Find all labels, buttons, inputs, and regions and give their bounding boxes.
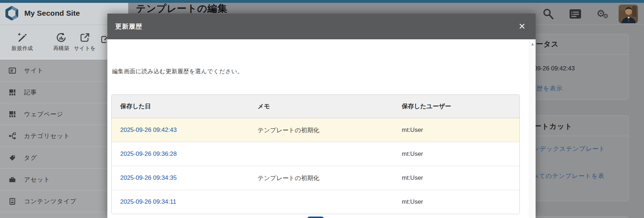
- modal-title: 更新履歴: [115, 14, 142, 39]
- sidebar-item-label: コンテンツタイプ: [24, 197, 77, 205]
- modal-body: 編集画面に読み込む更新履歴を選んでください。 保存した日 メモ 保存したユーザー…: [107, 39, 536, 218]
- partial-action-icon[interactable]: [101, 36, 107, 45]
- column-header-date: 保存した日: [112, 102, 252, 110]
- column-header-memo: メモ: [252, 102, 396, 110]
- history-date-link[interactable]: 2025-09-26 09:36:28: [120, 150, 177, 157]
- sidebar-item-label: サイト: [24, 66, 44, 75]
- modal-header: 更新履歴 ✕: [107, 14, 536, 39]
- sidebar-item-label: タグ: [24, 154, 37, 162]
- table-header-row: 保存した日 メモ 保存したユーザー: [112, 95, 519, 118]
- pencil-plus-icon: [3, 31, 42, 44]
- history-date-link[interactable]: 2025-09-26 09:42:43: [120, 127, 177, 133]
- webpage-icon: [9, 110, 16, 118]
- search-icon[interactable]: [540, 3, 556, 25]
- status-saved-date: 09-26 09:42:43: [534, 65, 575, 72]
- modal-intro-text: 編集画面に読み込む更新履歴を選んでください。: [112, 68, 243, 75]
- list-board-icon[interactable]: [567, 3, 583, 25]
- category-set-icon: [9, 132, 16, 140]
- user-avatar[interactable]: [618, 3, 638, 25]
- site-icon: [9, 67, 16, 74]
- pagination: ◀ 前 1 次 ▶: [111, 216, 520, 218]
- history-user: mt:User: [396, 174, 519, 182]
- sidebar-item-label: カテゴリセット: [24, 132, 70, 140]
- site-brand[interactable]: My Second Site: [4, 6, 80, 21]
- action-label: サイトを: [65, 45, 104, 52]
- action-view-site[interactable]: サイトを: [65, 31, 104, 52]
- content-type-icon: [9, 198, 16, 205]
- shortcuts-panel-heading: ートカット: [534, 122, 572, 131]
- modal-scrollbar[interactable]: ▲: [529, 39, 536, 218]
- all-templates-link[interactable]: べてのテンプレートを表: [532, 172, 605, 180]
- action-create-new[interactable]: 新規作成: [3, 31, 42, 52]
- sidebar-item-label: アセット: [24, 175, 50, 184]
- sidebar-item-label: ウェブページ: [24, 110, 63, 118]
- third-panel-partial: [526, 216, 629, 218]
- page-title: テンプレートの編集: [136, 2, 228, 15]
- tag-icon: [9, 154, 16, 162]
- table-row[interactable]: 2025-09-26 09:34:35 テンプレートの初期化 mt:User: [112, 166, 519, 190]
- history-table: 保存した日 メモ 保存したユーザー 2025-09-26 09:42:43 テン…: [111, 94, 520, 214]
- table-row[interactable]: 2025-09-26 09:34:11 mt:User: [112, 190, 519, 214]
- history-user: mt:User: [396, 150, 519, 158]
- update-history-modal: 更新履歴 ✕ 編集画面に読み込む更新履歴を選んでください。 保存した日 メモ 保…: [107, 14, 536, 218]
- app-root: テンプレートの編集 ⚙⚙ ータス 09-26: [0, 0, 644, 218]
- column-header-user: 保存したユーザー: [396, 102, 519, 110]
- close-icon[interactable]: ✕: [518, 14, 526, 39]
- site-name: My Second Site: [24, 9, 80, 18]
- article-icon: [9, 89, 16, 96]
- asset-icon: [9, 176, 16, 183]
- settings-gears-icon[interactable]: ⚙⚙: [593, 3, 612, 25]
- page-number-button[interactable]: 1: [307, 217, 324, 218]
- movable-type-logo: [4, 6, 19, 21]
- status-panel-heading: ータス: [536, 39, 559, 49]
- top-accent-bar: [0, 0, 644, 3]
- header-icon-group: ⚙⚙: [537, 3, 644, 25]
- history-user: mt:User: [396, 198, 519, 205]
- history-date-link[interactable]: 2025-09-26 09:34:35: [120, 174, 177, 181]
- table-row[interactable]: 2025-09-26 09:36:28 mt:User: [112, 142, 519, 166]
- history-date-link[interactable]: 2025-09-26 09:34:11: [120, 198, 176, 205]
- scroll-up-arrow-icon[interactable]: ▲: [530, 41, 536, 47]
- history-user: mt:User: [396, 127, 519, 134]
- history-memo: テンプレートの初期化: [252, 126, 396, 134]
- index-template-link[interactable]: ンデックステンプレート: [533, 145, 605, 153]
- table-row[interactable]: 2025-09-26 09:42:43 テンプレートの初期化 mt:User: [112, 118, 519, 142]
- sidebar-item-label: 記事: [24, 88, 37, 96]
- external-link-icon: [65, 31, 104, 44]
- action-label: 新規作成: [3, 45, 42, 52]
- history-memo: テンプレートの初期化: [252, 174, 396, 182]
